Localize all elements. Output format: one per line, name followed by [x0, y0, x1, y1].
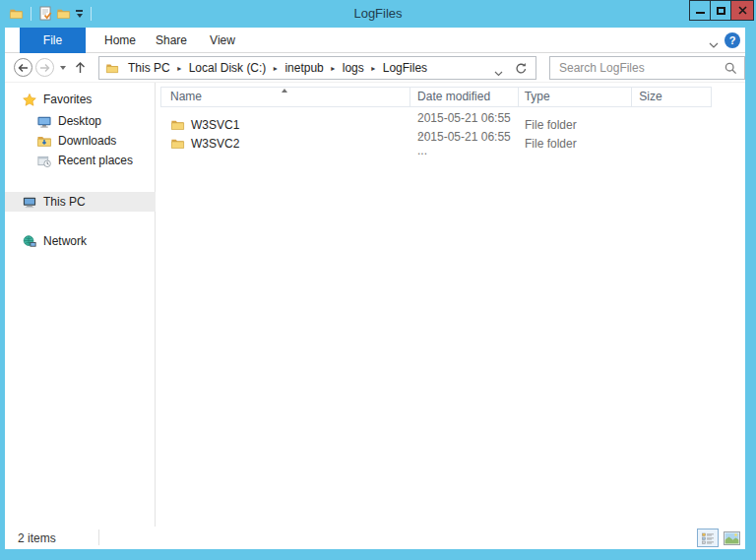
column-header-type[interactable]: Type	[519, 88, 633, 106]
sidebar-item-favorites[interactable]: Favorites	[5, 90, 156, 109]
tab-file[interactable]: File	[20, 28, 86, 53]
view-toggle-buttons	[697, 529, 741, 547]
expand-ribbon-chevron-icon[interactable]	[709, 37, 719, 51]
ribbon-tabs-row: File Home Share View ?	[5, 28, 745, 53]
search-box	[549, 56, 745, 80]
customize-qat-chevron-icon[interactable]	[76, 10, 83, 18]
column-header-size[interactable]: Size	[632, 88, 711, 106]
main-area: Favorites Desktop Downloads	[5, 83, 745, 527]
column-headers: Name Date modified Type Size	[160, 87, 712, 107]
sidebar-item-recent-places[interactable]: Recent places	[5, 151, 156, 170]
sidebar-item-label: Favorites	[43, 93, 92, 106]
window-title: LogFiles	[98, 0, 658, 28]
breadcrumb-inetpub[interactable]: inetpub	[280, 61, 328, 75]
downloads-icon	[36, 134, 52, 149]
folder-icon	[105, 62, 119, 75]
breadcrumb-logs[interactable]: logs	[338, 61, 369, 75]
tab-share[interactable]: Share	[146, 28, 197, 53]
close-button[interactable]	[730, 0, 754, 21]
forward-button[interactable]	[35, 58, 54, 77]
file-name: W3SVC2	[191, 137, 239, 151]
breadcrumb-logfiles[interactable]: LogFiles	[378, 61, 432, 75]
new-folder-icon[interactable]	[54, 7, 73, 21]
minimize-icon	[696, 12, 705, 14]
star-icon	[22, 93, 37, 107]
file-type: File folder	[519, 137, 633, 151]
sidebar-item-label: Recent places	[58, 154, 133, 167]
help-button[interactable]: ?	[724, 32, 740, 48]
details-view-button[interactable]	[697, 529, 719, 547]
breadcrumb-local-disk-c[interactable]: Local Disk (C:)	[184, 61, 272, 75]
recent-places-icon	[36, 154, 52, 168]
search-icon[interactable]	[724, 62, 737, 78]
sidebar-item-label: Desktop	[58, 114, 101, 128]
status-bar: 2 items	[5, 527, 745, 549]
explorer-app-icon[interactable]	[7, 7, 26, 21]
breadcrumb-arrow-icon[interactable]	[175, 64, 184, 73]
table-row[interactable]: W3SVC2 2015-05-21 06:55 ... File folder	[160, 134, 712, 153]
file-type: File folder	[519, 118, 633, 132]
items-count: 2 items	[18, 531, 56, 545]
address-row: This PC Local Disk (C:) inetpub logs Log…	[5, 53, 745, 83]
breadcrumb-arrow-icon[interactable]	[271, 64, 280, 73]
qat-separator	[31, 7, 32, 21]
sidebar-item-label: Network	[43, 234, 87, 248]
minimize-button[interactable]	[689, 0, 711, 21]
maximize-icon	[717, 7, 725, 15]
tab-view[interactable]: View	[197, 28, 248, 53]
titlebar[interactable]: LogFiles	[0, 0, 756, 28]
sidebar-item-label: Downloads	[58, 134, 116, 148]
breadcrumb-arrow-icon[interactable]	[329, 64, 338, 73]
sidebar-item-desktop[interactable]: Desktop	[5, 111, 156, 131]
computer-icon	[22, 195, 37, 210]
sidebar-item-this-pc[interactable]: This PC	[5, 192, 156, 212]
large-icons-view-button[interactable]	[722, 529, 741, 547]
caption-buttons	[690, 0, 754, 21]
network-icon	[22, 234, 37, 249]
file-name: W3SVC1	[191, 118, 239, 132]
sidebar-item-network[interactable]: Network	[5, 231, 156, 251]
desktop-icon	[36, 114, 52, 129]
up-button[interactable]	[74, 61, 87, 77]
file-list-pane: Name Date modified Type Size W3SVC1	[157, 83, 745, 527]
thumbnail-view-icon	[724, 531, 740, 545]
address-bar[interactable]: This PC Local Disk (C:) inetpub logs Log…	[98, 56, 536, 80]
sort-ascending-icon	[282, 89, 287, 93]
address-dropdown-chevron-icon[interactable]	[494, 66, 503, 80]
breadcrumb-this-pc[interactable]: This PC	[123, 61, 175, 75]
file-rows: W3SVC1 2015-05-21 06:55 ... File folder …	[160, 115, 712, 153]
up-arrow-icon	[74, 61, 87, 74]
back-arrow-icon	[18, 63, 29, 73]
details-view-icon	[702, 532, 715, 544]
explorer-window: LogFiles File Home Share View ?	[0, 0, 756, 560]
recent-locations-chevron-icon[interactable]	[60, 66, 66, 70]
column-header-date-modified[interactable]: Date modified	[410, 88, 519, 106]
quick-access-toolbar	[7, 5, 96, 23]
sidebar-item-label: This PC	[43, 195, 86, 209]
file-date-modified: 2015-05-21 06:55 ...	[410, 130, 519, 157]
qat-separator	[91, 7, 92, 21]
folder-icon	[170, 118, 185, 132]
status-divider	[98, 529, 99, 545]
close-icon	[738, 6, 747, 15]
back-button[interactable]	[14, 58, 32, 77]
forward-arrow-icon	[39, 63, 50, 73]
folder-icon	[170, 137, 185, 151]
navigation-pane: Favorites Desktop Downloads	[5, 83, 156, 527]
tab-home[interactable]: Home	[94, 28, 146, 53]
sidebar-item-downloads[interactable]: Downloads	[5, 131, 156, 151]
breadcrumb-arrow-icon[interactable]	[369, 64, 378, 73]
search-input[interactable]	[550, 57, 744, 79]
window-body: File Home Share View ?	[5, 28, 745, 549]
refresh-icon[interactable]	[515, 62, 528, 78]
maximize-button[interactable]	[710, 0, 731, 21]
properties-icon[interactable]	[36, 6, 54, 22]
